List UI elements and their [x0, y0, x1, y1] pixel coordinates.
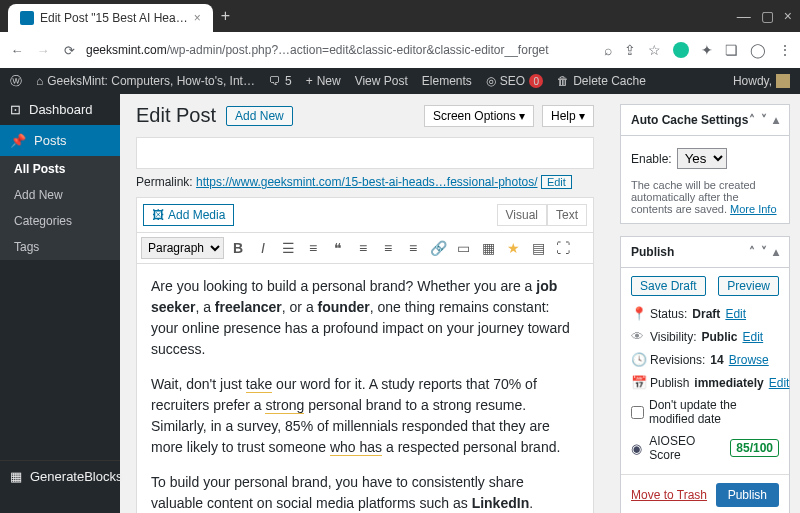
- favicon: [20, 11, 34, 25]
- new-link[interactable]: + New: [306, 74, 341, 88]
- editor-content[interactable]: Are you looking to build a personal bran…: [137, 264, 593, 513]
- link-icon[interactable]: 🔗: [427, 237, 449, 259]
- chevron-up-icon[interactable]: ˄: [749, 113, 755, 127]
- edit-permalink-button[interactable]: Edit: [541, 175, 572, 189]
- eye-icon: 👁: [631, 329, 645, 344]
- tab-visual[interactable]: Visual: [497, 204, 547, 226]
- elements-link[interactable]: Elements: [422, 74, 472, 88]
- help-button[interactable]: Help ▾: [542, 105, 594, 127]
- search-icon[interactable]: ⌕: [604, 42, 612, 58]
- cache-enable-select[interactable]: Yes: [677, 148, 727, 169]
- bold-icon[interactable]: B: [227, 237, 249, 259]
- browse-revisions-link[interactable]: Browse: [729, 353, 769, 367]
- collapse-icon[interactable]: ▴: [773, 113, 779, 127]
- sidebar-item-posts[interactable]: 📌 Posts: [0, 125, 120, 156]
- avatar: [776, 74, 790, 88]
- number-list-icon[interactable]: ≡: [302, 237, 324, 259]
- page-title: Edit Post: [136, 104, 216, 127]
- browser-tab[interactable]: Edit Post "15 Best AI Hea… ×: [8, 4, 213, 32]
- move-to-trash-link[interactable]: Move to Trash: [631, 488, 707, 502]
- kebab-menu-icon[interactable]: ⋮: [778, 42, 792, 58]
- italic-icon[interactable]: I: [252, 237, 274, 259]
- clock-icon: 🕓: [631, 352, 645, 367]
- save-draft-button[interactable]: Save Draft: [631, 276, 706, 296]
- close-tab-icon[interactable]: ×: [194, 11, 201, 25]
- editor-toolbar: Paragraph B I ☰ ≡ ❝ ≡ ≡ ≡ 🔗 ▭ ▦ ★ ▤ ⛶: [137, 233, 593, 264]
- star-icon[interactable]: ★: [502, 237, 524, 259]
- cache-box: Auto Cache Settings ˄˅▴ Enable: Yes The …: [620, 104, 790, 224]
- sidebar-item-dashboard[interactable]: ⊡ Dashboard: [0, 94, 120, 125]
- sidebar-sub-categories[interactable]: Categories: [0, 208, 120, 234]
- post-title-input[interactable]: [136, 137, 594, 169]
- tab-text[interactable]: Text: [547, 204, 587, 226]
- permalink-url[interactable]: https://www.geeksmint.com/15-best-ai-hea…: [196, 175, 538, 189]
- view-post-link[interactable]: View Post: [355, 74, 408, 88]
- sidebar-sub-add-new[interactable]: Add New: [0, 182, 120, 208]
- fullscreen-icon[interactable]: ⛶: [552, 237, 574, 259]
- new-tab-button[interactable]: +: [221, 7, 230, 25]
- site-name-link[interactable]: ⌂ GeeksMint: Computers, How-to's, Int…: [36, 74, 255, 88]
- paragraph-format-select[interactable]: Paragraph: [141, 237, 224, 259]
- dont-update-checkbox[interactable]: [631, 406, 644, 419]
- permalink-label: Permalink:: [136, 175, 193, 189]
- align-left-icon[interactable]: ≡: [352, 237, 374, 259]
- edit-visibility-link[interactable]: Edit: [742, 330, 763, 344]
- profile-icon[interactable]: ◯: [750, 42, 766, 58]
- seo-link[interactable]: ◎ SEO 0: [486, 74, 543, 88]
- minimize-icon[interactable]: —: [737, 8, 751, 24]
- chevron-up-icon[interactable]: ˄: [749, 245, 755, 259]
- maximize-icon[interactable]: ▢: [761, 8, 774, 24]
- sidebar-sub-all-posts[interactable]: All Posts: [0, 156, 120, 182]
- pin-icon: 📍: [631, 306, 645, 321]
- extensions-icon[interactable]: ✦: [701, 42, 713, 58]
- publish-box: Publish ˄˅▴ Save Draft Preview 📍Status: …: [620, 236, 790, 513]
- bullet-list-icon[interactable]: ☰: [277, 237, 299, 259]
- bookmark-icon[interactable]: ☆: [648, 42, 661, 58]
- panel-icon[interactable]: ❏: [725, 42, 738, 58]
- wp-logo[interactable]: ⓦ: [10, 73, 22, 90]
- sidebar-item-generateblocks[interactable]: ▦ GenerateBlocks: [0, 460, 120, 492]
- cache-title: Auto Cache Settings: [631, 113, 748, 127]
- chevron-down-icon[interactable]: ˅: [761, 245, 767, 259]
- sidebar-sub-tags[interactable]: Tags: [0, 234, 120, 260]
- table-icon[interactable]: ▤: [527, 237, 549, 259]
- howdy-link[interactable]: Howdy,: [733, 74, 790, 88]
- close-icon[interactable]: ×: [784, 8, 792, 24]
- edit-publish-link[interactable]: Edit: [769, 376, 790, 390]
- url-field[interactable]: geeksmint.com/wp-admin/post.php?…action=…: [86, 43, 596, 57]
- edit-status-link[interactable]: Edit: [725, 307, 746, 321]
- align-right-icon[interactable]: ≡: [402, 237, 424, 259]
- cache-more-info-link[interactable]: More Info: [730, 203, 776, 215]
- back-button[interactable]: ←: [8, 43, 26, 58]
- quote-icon[interactable]: ❝: [327, 237, 349, 259]
- publish-button[interactable]: Publish: [716, 483, 779, 507]
- tab-title: Edit Post "15 Best AI Hea…: [40, 11, 188, 25]
- screen-options-button[interactable]: Screen Options ▾: [424, 105, 534, 127]
- preview-button[interactable]: Preview: [718, 276, 779, 296]
- share-icon[interactable]: ⇪: [624, 42, 636, 58]
- wp-admin-bar: ⓦ ⌂ GeeksMint: Computers, How-to's, Int……: [0, 68, 800, 94]
- wp-sidebar: ⊡ Dashboard 📌 Posts All Posts Add New Ca…: [0, 94, 120, 513]
- aioseo-icon: ◉: [631, 441, 644, 456]
- publish-title: Publish: [631, 245, 674, 259]
- align-center-icon[interactable]: ≡: [377, 237, 399, 259]
- delete-cache-link[interactable]: 🗑 Delete Cache: [557, 74, 646, 88]
- forward-button[interactable]: →: [34, 43, 52, 58]
- comments-link[interactable]: 🗨 5: [269, 74, 292, 88]
- aioseo-score: 85/100: [730, 439, 779, 457]
- add-new-button[interactable]: Add New: [226, 106, 293, 126]
- reload-button[interactable]: ⟳: [60, 43, 78, 58]
- chevron-down-icon[interactable]: ˅: [761, 113, 767, 127]
- collapse-icon[interactable]: ▴: [773, 245, 779, 259]
- toolbar-toggle-icon[interactable]: ▦: [477, 237, 499, 259]
- add-media-button[interactable]: 🖾 Add Media: [143, 204, 234, 226]
- grammarly-extension-icon[interactable]: [673, 42, 689, 58]
- calendar-icon: 📅: [631, 375, 645, 390]
- readmore-icon[interactable]: ▭: [452, 237, 474, 259]
